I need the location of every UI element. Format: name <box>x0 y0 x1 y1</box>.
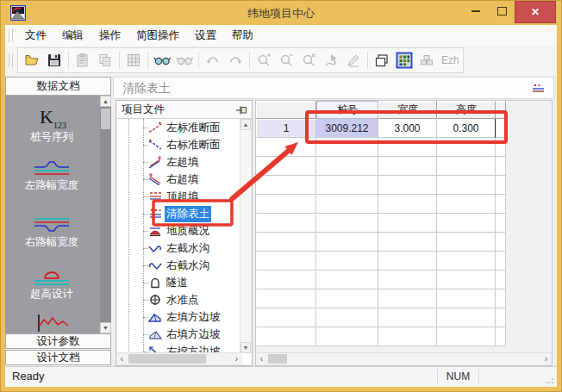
row-header[interactable] <box>256 233 316 252</box>
sidebar-header-data-documents[interactable]: 数据文档 <box>5 77 111 96</box>
row-header[interactable] <box>256 157 316 176</box>
menu-sketch-operate[interactable]: 简图操作 <box>128 26 187 46</box>
row-header[interactable] <box>256 176 316 195</box>
tree-item-geology[interactable]: 地质概况 <box>116 222 240 240</box>
cell[interactable] <box>316 233 378 252</box>
cell[interactable] <box>437 176 496 195</box>
column-header-height[interactable]: 高度 <box>437 101 496 119</box>
view-grid-button[interactable] <box>393 50 415 71</box>
cell[interactable] <box>437 252 496 271</box>
tree-item-tunnel[interactable]: 隧道 <box>116 274 240 291</box>
cell[interactable] <box>437 138 496 157</box>
row-header[interactable] <box>256 327 316 346</box>
cell[interactable] <box>378 308 437 327</box>
cell[interactable] <box>496 195 506 214</box>
row-header[interactable] <box>256 289 316 308</box>
menu-edit[interactable]: 编辑 <box>54 26 91 46</box>
cell[interactable] <box>316 138 378 157</box>
row-header[interactable] <box>256 308 316 327</box>
resize-grip[interactable] <box>546 376 554 384</box>
tree-item-section-right[interactable]: 右标准断面 <box>116 136 240 153</box>
language-toggle-button[interactable]: Ezh <box>438 50 460 71</box>
tree-item-ditch-right[interactable]: 右截水沟 <box>116 257 240 274</box>
cell[interactable] <box>496 289 506 308</box>
paste-button[interactable] <box>72 50 94 71</box>
menu-settings[interactable]: 设置 <box>187 26 224 46</box>
scroll-down-icon[interactable]: ▼ <box>100 322 111 333</box>
table-row[interactable] <box>256 289 552 308</box>
tree-item-section-left[interactable]: 左标准断面 <box>116 119 240 136</box>
cell[interactable] <box>316 327 378 346</box>
tree-vertical-scrollbar[interactable]: ▲ ▼ <box>240 119 252 353</box>
cell-width[interactable]: 3.000 <box>378 119 437 138</box>
row-header[interactable] <box>256 252 316 271</box>
grid-horizontal-scrollbar[interactable]: ‹ › <box>256 352 552 365</box>
report-grid-button[interactable] <box>122 50 145 71</box>
tree-item-clear-topsoil[interactable]: 清除表土 <box>116 205 240 222</box>
cell[interactable] <box>496 214 506 233</box>
cell[interactable] <box>316 289 378 308</box>
redo-button[interactable] <box>224 50 247 71</box>
zoom-in-button[interactable] <box>253 50 275 71</box>
cell[interactable] <box>496 252 506 271</box>
cell[interactable] <box>378 289 437 308</box>
column-header-width[interactable]: 宽度 <box>378 101 437 119</box>
undo-button[interactable] <box>202 50 224 71</box>
sidebar-button-design-documents[interactable]: 设计文档 <box>5 350 111 365</box>
scrollbar-thumb[interactable] <box>268 354 287 364</box>
table-row[interactable] <box>256 327 552 346</box>
menubar-grip[interactable] <box>9 28 13 42</box>
sidebar-scrollbar[interactable]: ▲ ▼ <box>100 96 111 333</box>
row-header[interactable] <box>256 195 316 214</box>
cell[interactable] <box>437 308 496 327</box>
minimize-button[interactable] <box>463 1 489 22</box>
pushpin-icon[interactable] <box>235 103 248 116</box>
tree-item-overfill-left[interactable]: 左超填 <box>116 153 240 171</box>
menu-help[interactable]: 帮助 <box>224 26 261 46</box>
open-button[interactable] <box>21 50 43 71</box>
cell[interactable] <box>437 157 496 176</box>
scroll-up-icon[interactable]: ▲ <box>240 119 251 130</box>
column-header-station[interactable]: 桩号 <box>316 101 378 119</box>
cell[interactable] <box>316 271 378 289</box>
cell[interactable] <box>437 271 496 289</box>
scroll-right-icon[interactable]: › <box>231 353 242 364</box>
table-row[interactable] <box>256 271 552 289</box>
tree-item-benchmark[interactable]: 水准点 <box>116 291 240 308</box>
table-row[interactable] <box>256 157 552 176</box>
maximize-button[interactable] <box>489 1 515 22</box>
table-row[interactable] <box>256 138 552 157</box>
cell[interactable] <box>378 252 437 271</box>
cell[interactable] <box>316 214 378 233</box>
cell[interactable] <box>496 157 506 176</box>
cell[interactable] <box>437 233 496 252</box>
row-header[interactable]: 1 <box>256 119 316 138</box>
table-row[interactable] <box>256 233 552 252</box>
row-header[interactable] <box>256 138 316 157</box>
sidebar-item-station-sequence[interactable]: K 123 桩号序列 <box>5 106 98 145</box>
cell-partial[interactable] <box>496 119 506 138</box>
tree-horizontal-scrollbar[interactable]: ‹ › <box>116 352 242 365</box>
table-row[interactable]: 1 3009.212 3.000 0.300 <box>256 119 552 138</box>
cell[interactable] <box>316 176 378 195</box>
tree-item-overfill-right[interactable]: 右超填 <box>116 171 240 188</box>
row-header[interactable] <box>256 271 316 289</box>
table-row[interactable] <box>256 308 552 327</box>
sidebar-item-superelevation[interactable]: 超高设计 <box>5 268 98 302</box>
sidebar-item-profile-partial[interactable] <box>5 313 98 333</box>
copy-button[interactable] <box>94 50 116 71</box>
cell-height[interactable]: 0.300 <box>437 119 496 138</box>
scroll-right-icon[interactable]: › <box>540 353 552 364</box>
cell[interactable] <box>316 308 378 327</box>
scroll-up-icon[interactable]: ▲ <box>100 96 111 107</box>
tree-item-fill-slope-left[interactable]: 左填方边坡 <box>116 308 240 326</box>
cell[interactable] <box>378 176 437 195</box>
cell[interactable] <box>378 233 437 252</box>
find-button[interactable] <box>151 50 173 71</box>
cell[interactable] <box>378 138 437 157</box>
table-row[interactable] <box>256 176 552 195</box>
cell-station[interactable]: 3009.212 <box>316 119 378 138</box>
sidebar-button-design-parameters[interactable]: 设计参数 <box>5 333 111 349</box>
menu-operate[interactable]: 操作 <box>91 26 128 46</box>
cell[interactable] <box>378 195 437 214</box>
